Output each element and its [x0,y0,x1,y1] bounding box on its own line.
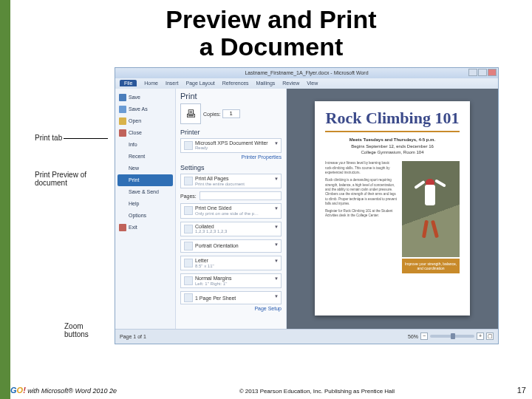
print-settings-pane: Print 🖶 Copies: Printer Microsoft XPS Do… [176,89,287,329]
nav-recent[interactable]: Recent [117,151,173,163]
printer-heading: Printer [180,129,282,136]
scope-select[interactable]: Print All PagesPrint the entire document… [180,174,282,188]
titlebar: Lastname_Firstname_1A_Flyer.docx - Micro… [115,68,498,78]
ribbon-tab[interactable]: Home [144,81,158,86]
select-main: Print One Sided [195,205,231,211]
accent-bar [0,0,10,399]
flyer-photo [402,161,460,257]
nav-options[interactable]: Options [117,210,173,222]
nav-label: Save [129,95,140,100]
nav-save-as[interactable]: Save As [117,103,173,115]
nav-save-send[interactable]: Save & Send [117,186,173,198]
ribbon-tab[interactable]: Mailings [256,81,276,86]
file-tab[interactable]: File [120,80,137,86]
margins-select[interactable]: Normal MarginsLeft: 1" Right: 1" ▼ [180,273,282,288]
ribbon-tab[interactable]: References [222,81,249,86]
sided-select[interactable]: Print One SidedOnly print on one side of… [180,203,282,218]
ribbon-tab[interactable]: View [307,81,318,86]
share-icon [119,188,126,196]
chevron-down-icon: ▼ [274,242,279,247]
ribbon-tab[interactable]: Review [282,81,299,86]
zoom-out-button[interactable]: − [420,332,428,340]
collated-select[interactable]: Collated1,2,3 1,2,3 1,2,3 ▼ [180,222,282,236]
nav-label: Save As [129,106,148,112]
go-logo: GO! [10,386,26,395]
minimize-button[interactable] [468,69,477,76]
nav-label: Close [129,130,142,135]
pps-select[interactable]: 1 Page Per Sheet ▼ [180,291,282,304]
pages-input[interactable] [200,191,282,200]
select-main: Collated [195,224,214,229]
backstage-nav: Save Save As Open Close Info Recent New … [115,89,176,329]
zoom-slider[interactable] [430,335,474,338]
select-main: Normal Margins [195,276,231,281]
flyer-caption: Improve your strength, balance, and coor… [402,259,460,273]
collate-icon [184,225,193,233]
nav-print[interactable]: Print [117,174,173,186]
print-heading: Print [180,92,282,100]
printer-name: Microsoft XPS Document Writer [195,140,268,146]
select-sub: 1,2,3 1,2,3 1,2,3 [195,229,227,234]
ribbon-tab[interactable]: Insert [166,81,179,86]
close-icon [119,129,126,137]
nav-label: Open [129,118,141,123]
flyer-title: Rock Climbing 101 [325,109,460,128]
chevron-down-icon: ▼ [274,177,279,181]
print-icon [119,177,126,184]
settings-heading: Settings [180,164,282,171]
fit-page-button[interactable]: ▢ [486,332,494,340]
select-main: Portrait Orientation [195,243,239,248]
maximize-button[interactable] [478,69,487,76]
nav-exit[interactable]: Exit [117,222,173,233]
statusbar: Page 1 of 1 56% − + ▢ [115,329,498,344]
chevron-down-icon: ▼ [274,141,279,146]
zoom-pct: 56% [408,334,418,339]
open-icon [119,117,126,125]
save-icon [119,94,126,101]
ribbon: File Home Insert Page Layout References … [115,78,498,89]
page-setup-link[interactable]: Page Setup [180,306,282,311]
printer-properties-link[interactable]: Printer Properties [180,154,282,160]
callout-label: Print tab [35,134,62,142]
sheet-icon [184,293,193,302]
printer-select[interactable]: Microsoft XPS Document WriterReady ▼ [180,138,282,153]
close-button[interactable] [488,69,497,76]
nav-new[interactable]: New [117,163,173,174]
printer-icon [184,141,193,150]
nav-open[interactable]: Open [117,115,173,127]
select-main: 1 Page Per Sheet [195,296,236,301]
preview-page: Rock Climbing 101 Meets Tuesdays and Thu… [315,101,470,316]
papersize-select[interactable]: Letter8.5" x 11" ▼ [180,256,282,270]
nav-label: New [129,166,139,171]
zoom-in-button[interactable]: + [477,332,484,340]
nav-save[interactable]: Save [117,92,173,103]
orientation-select[interactable]: Portrait Orientation ▼ [180,239,282,253]
select-main: Letter [195,258,208,263]
window-controls [468,69,497,76]
footer-product: with Microsoft® Word 2010 2e [27,387,117,395]
callout-label: Print Preview of document [35,171,86,187]
flyer-location: College Gymnasium, Room 104 [325,149,460,155]
nav-info[interactable]: Info [117,139,173,151]
ribbon-tab[interactable]: Page Layout [185,81,214,86]
margins-icon [184,276,193,285]
select-sub: Left: 1" Right: 1" [195,282,231,287]
paper-icon [184,259,193,267]
copies-input[interactable] [222,109,240,118]
nav-label: Print [129,177,139,183]
copies-label: Copies: [203,111,221,116]
callout-zoom: Zoom buttons [64,322,109,338]
slide-footer: GO! with Microsoft® Word 2010 2e © 2013 … [10,386,526,395]
page-indicator: Page 1 of 1 [120,334,146,339]
chevron-down-icon: ▼ [274,225,279,229]
print-button[interactable]: 🖶 [180,103,201,124]
select-main: Print All Pages [195,176,229,181]
nav-help[interactable]: Help [117,198,173,210]
page-icon [184,206,193,215]
portrait-icon [184,242,193,250]
figure: Print tab Print Preview of document Zoom… [35,67,508,348]
select-sub: Only print on one side of the p… [195,211,259,216]
slide-title: Preview and Printa Document [166,6,376,61]
nav-close[interactable]: Close [117,127,173,139]
chevron-down-icon: ▼ [274,259,279,263]
